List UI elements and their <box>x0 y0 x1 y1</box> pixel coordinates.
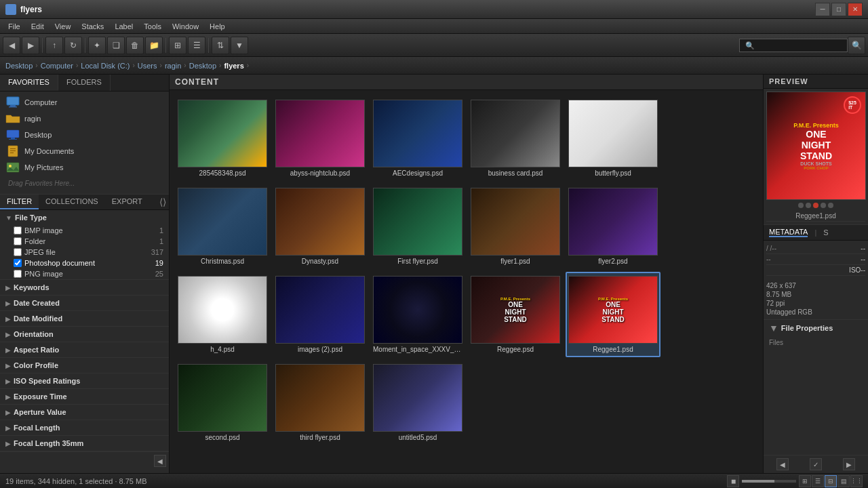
menu-label[interactable]: Label <box>109 21 138 32</box>
bc-computer[interactable]: Computer <box>41 62 73 70</box>
view-list-button[interactable]: ☰ <box>188 37 205 54</box>
thumbnail-item[interactable]: third flyer.psd <box>273 360 368 445</box>
forward-button[interactable]: ▶ <box>22 37 39 54</box>
png-checkbox[interactable] <box>14 270 22 278</box>
folder-checkbox[interactable] <box>14 237 22 245</box>
thumbnail-item[interactable]: flyer1.psd <box>468 184 563 269</box>
back-button[interactable]: ◀ <box>3 37 20 54</box>
filter-color-profile-header[interactable]: ▶ Color Profile <box>0 358 169 373</box>
filter-focal-length-header[interactable]: ▶ Focal Length <box>0 420 169 435</box>
zoom-slider[interactable] <box>742 480 796 483</box>
view-btn-1[interactable]: ⊞ <box>799 475 811 487</box>
view-btn-5[interactable]: ⋮⋮ <box>850 475 863 487</box>
thumbnail-item[interactable]: untitled5.psd <box>370 360 465 445</box>
filter-date-modified-header[interactable]: ▶ Date Modified <box>0 311 169 326</box>
bc-ragin[interactable]: ragin <box>165 62 181 70</box>
file-props-header[interactable]: ▼ File Properties <box>764 319 868 336</box>
favorites-section: Computer ragin Desktop <box>0 92 169 195</box>
refresh-button[interactable]: ↻ <box>64 37 82 54</box>
preview-prev-button[interactable]: ◀ <box>776 458 789 470</box>
menu-file[interactable]: File <box>3 21 26 32</box>
tab-folders[interactable]: FOLDERS <box>58 75 111 91</box>
thumbnail-item[interactable]: business card.psd <box>468 96 563 181</box>
file-area: Files <box>764 336 868 349</box>
metadata-tab[interactable]: METADATA <box>769 228 808 237</box>
menu-edit[interactable]: Edit <box>26 21 50 32</box>
new-folder-button[interactable]: 📁 <box>145 37 163 54</box>
filter-date-created-header[interactable]: ▶ Date Created <box>0 296 169 310</box>
thumbnail-item[interactable]: P.M.E. PresentsONENIGHTSTANDReggee.psd <box>468 272 563 357</box>
preview-dot-3[interactable] <box>813 203 818 208</box>
fav-computer[interactable]: Computer <box>0 94 169 110</box>
slideshow-tab[interactable]: S <box>823 228 828 237</box>
filter-focal-length-35mm-header[interactable]: ▶ Focal Length 35mm <box>0 436 169 451</box>
bc-flyers[interactable]: flyers <box>224 62 243 70</box>
view-btn-3[interactable]: ⊟ <box>825 475 837 487</box>
move-button[interactable]: ✦ <box>88 37 106 54</box>
view-btn-4[interactable]: ▤ <box>837 475 850 487</box>
fav-documents[interactable]: My Documents <box>0 143 169 159</box>
fav-pictures[interactable]: My Pictures <box>0 159 169 176</box>
thumbnail-item[interactable]: AECdesigns.psd <box>370 96 465 181</box>
filter-tab-filter[interactable]: FILTER <box>0 195 39 209</box>
filter-keywords-header[interactable]: ▶ Keywords <box>0 280 169 295</box>
status-btn-1[interactable]: ◼ <box>727 475 739 487</box>
thumbnail-item[interactable]: h_4.psd <box>175 272 270 357</box>
copy-button[interactable]: ❑ <box>107 37 125 54</box>
fav-desktop[interactable]: Desktop <box>0 127 169 143</box>
thumbnail-item[interactable]: P.M.E. PresentsONENIGHTSTANDReggee1.psd <box>566 272 660 357</box>
filter-button[interactable]: ▼ <box>231 37 248 54</box>
filter-iso-header[interactable]: ▶ ISO Speed Ratings <box>0 373 169 388</box>
jpeg-checkbox[interactable] <box>14 248 22 256</box>
bc-localdisk[interactable]: Local Disk (C:) <box>81 62 130 70</box>
view-grid-button[interactable]: ⊞ <box>169 37 186 54</box>
view-btn-2[interactable]: ☰ <box>812 475 824 487</box>
preview-checkmark-button[interactable]: ✓ <box>810 458 822 470</box>
thumbnail-item[interactable]: 285458348.psd <box>175 96 270 181</box>
filter-tab-export[interactable]: EXPORT <box>105 195 149 209</box>
filter-collapse-button[interactable]: ◀ <box>154 455 166 467</box>
maximize-button[interactable]: □ <box>831 3 846 16</box>
thumbnail-item[interactable]: First flyer.psd <box>370 184 465 269</box>
filter-tab-collections[interactable]: COLLECTIONS <box>39 195 105 209</box>
bmp-checkbox[interactable] <box>14 226 22 235</box>
filter-aspect-ratio-header[interactable]: ▶ Aspect Ratio <box>0 342 169 357</box>
thumbnail-item[interactable]: Moment_in_space_XXXV_by_ Funerium.psd <box>370 272 465 357</box>
preview-dot-1[interactable] <box>798 203 804 208</box>
fav-ragin[interactable]: ragin <box>0 110 169 127</box>
preview-dot-4[interactable] <box>821 203 826 208</box>
search-button[interactable]: 🔍 <box>848 37 865 54</box>
bc-desktop2[interactable]: Desktop <box>189 62 216 70</box>
filter-file-type-header[interactable]: ▼ File Type <box>0 210 169 225</box>
thumbnail-item[interactable]: Christmas.psd <box>175 184 270 269</box>
preview-dot-2[interactable] <box>806 203 811 208</box>
up-button[interactable]: ↑ <box>45 37 63 54</box>
sort-button[interactable]: ⇅ <box>212 37 229 54</box>
delete-button[interactable]: 🗑 <box>126 37 144 54</box>
thumbnail-item[interactable]: flyer2.psd <box>566 184 660 269</box>
menu-stacks[interactable]: Stacks <box>76 21 109 32</box>
menu-tools[interactable]: Tools <box>138 21 167 32</box>
filter-orientation-header[interactable]: ▶ Orientation <box>0 327 169 342</box>
thumbnail-item[interactable]: second.psd <box>175 360 270 445</box>
search-input[interactable] <box>739 39 848 52</box>
bc-desktop[interactable]: Desktop <box>5 62 33 70</box>
thumbnail-item[interactable]: butterfly.psd <box>566 96 660 181</box>
filter-panel-toggle[interactable]: ⟨⟩ <box>159 197 166 207</box>
close-button[interactable]: ✕ <box>848 3 863 16</box>
thumbnail-item[interactable]: Dynasty.psd <box>273 184 368 269</box>
thumbnail-item[interactable]: abyss-nightclub.psd <box>273 96 368 181</box>
bc-users[interactable]: Users <box>138 62 157 70</box>
psd-checkbox[interactable] <box>14 259 22 267</box>
tab-favorites[interactable]: FAVORITES <box>0 75 58 91</box>
thumbnail-item[interactable]: images (2).psd <box>273 272 368 357</box>
menu-window[interactable]: Window <box>167 21 204 32</box>
filter-aspect-ratio: ▶ Aspect Ratio <box>0 342 169 358</box>
preview-next-button[interactable]: ▶ <box>843 458 855 470</box>
filter-exposure-header[interactable]: ▶ Exposure Time <box>0 389 169 404</box>
filter-aperture-header[interactable]: ▶ Aperture Value <box>0 405 169 420</box>
menu-help[interactable]: Help <box>204 21 231 32</box>
preview-dot-5[interactable] <box>828 203 833 208</box>
minimize-button[interactable]: ─ <box>815 3 830 16</box>
menu-view[interactable]: View <box>50 21 77 32</box>
